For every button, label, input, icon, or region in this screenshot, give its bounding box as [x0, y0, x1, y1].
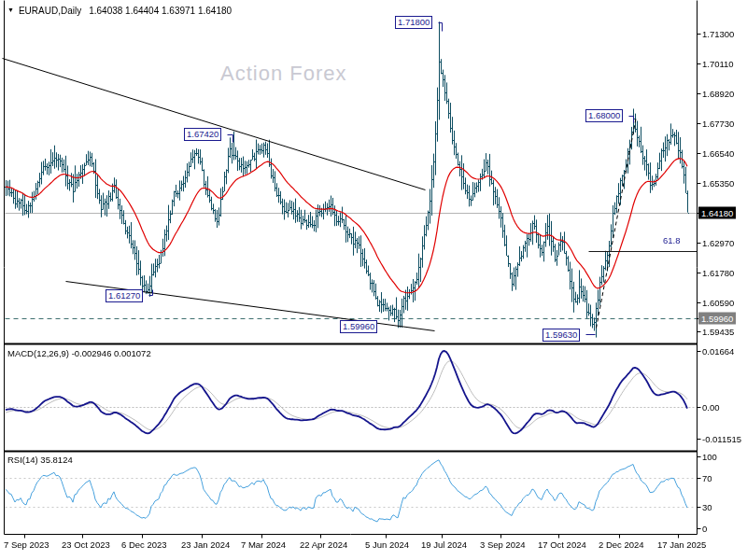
time-axis-label: 17 Oct 2024: [538, 539, 586, 550]
price-annotation[interactable]: 1.59960: [340, 320, 377, 333]
time-axis-label: 22 Apr 2024: [300, 539, 347, 550]
macd-axis-label: 0.00: [702, 402, 720, 413]
price-annotation[interactable]: 1.61270: [106, 289, 143, 302]
time-axis-label: 5 Jun 2024: [365, 539, 409, 550]
price-axis-label: 1.68920: [702, 89, 734, 99]
price-annotation[interactable]: 1.71800: [395, 16, 432, 29]
time-axis-label: 7 Mar 2024: [241, 539, 286, 550]
price-axis-label: 1.70110: [702, 59, 734, 69]
macd-indicator-label: MACD(12,26,9) -0.002946 0.001072: [7, 348, 151, 358]
ohlc-values: 1.64038 1.64404 1.63971 1.64180: [89, 6, 232, 16]
price-annotation[interactable]: 61.8: [661, 235, 683, 246]
time-axis-label: 2 Dec 2024: [599, 539, 644, 550]
price-axis-label: 1.71300: [702, 29, 734, 39]
price-axis-label: 1.59435: [702, 327, 734, 337]
time-axis-label: 7 Sep 2023: [4, 539, 49, 550]
time-axis-label: 3 Sep 2024: [480, 539, 526, 550]
price-axis-label: 1.59960: [698, 313, 736, 325]
chart-canvas[interactable]: [0, 0, 747, 560]
symbol-collapse-icon[interactable]: ▼: [7, 7, 14, 13]
price-axis-label: 1.66540: [702, 148, 734, 159]
symbol-info-bar: ▼EURAUD,Daily1.64038 1.64404 1.63971 1.6…: [7, 6, 232, 16]
price-axis-label: 1.60590: [702, 298, 734, 308]
trading-chart-window: Action Forex ▼EURAUD,Daily1.64038 1.6440…: [0, 0, 747, 560]
price-axis-label: 1.67730: [702, 119, 734, 129]
rsi-indicator-label: RSI(14) 35.8124: [7, 455, 73, 465]
rsi-axis-label: 0: [702, 524, 707, 534]
price-axis-label: 1.62970: [702, 238, 734, 248]
time-axis-label: 6 Dec 2023: [121, 539, 167, 550]
price-axis-label: 1.61780: [702, 268, 734, 278]
rsi-axis-label: 70: [702, 473, 712, 483]
time-axis-label: 23 Jan 2024: [181, 539, 230, 550]
price-axis-label: 1.65350: [702, 178, 734, 189]
time-axis-label: 19 Jul 2024: [421, 539, 467, 550]
time-axis-label: 23 Oct 2023: [62, 539, 110, 550]
price-annotation[interactable]: 1.67420: [184, 128, 221, 141]
price-annotation[interactable]: 1.59630: [543, 329, 580, 342]
symbol-title: EURAUD,Daily: [19, 6, 81, 16]
macd-axis-label: -0.011515: [702, 434, 741, 444]
time-axis-label: 17 Jan 2025: [657, 539, 706, 550]
macd-axis-label: 0.01664: [702, 346, 734, 357]
price-axis-label: 1.64180: [698, 207, 736, 219]
price-annotation[interactable]: 1.68000: [585, 109, 623, 122]
rsi-axis-label: 30: [702, 502, 712, 512]
rsi-axis-label: 100: [702, 452, 717, 462]
